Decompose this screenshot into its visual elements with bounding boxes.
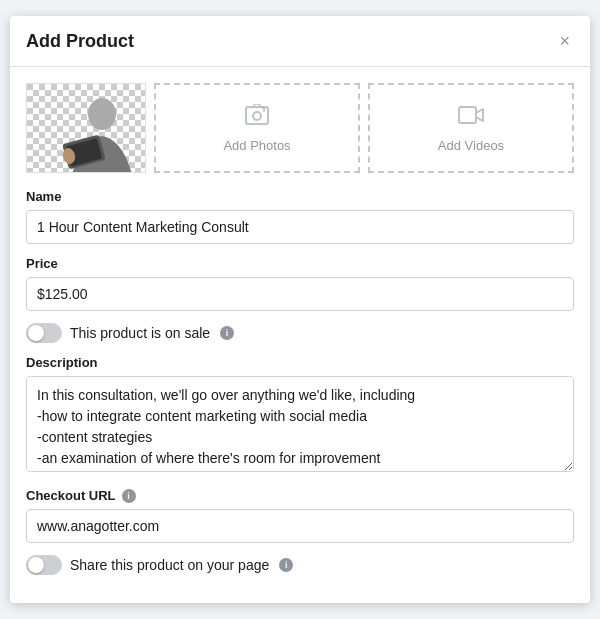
checkout-url-group: Checkout URL i (26, 488, 574, 543)
modal-header: Add Product × (10, 16, 590, 67)
product-image-thumb (26, 83, 146, 173)
add-video-icon (458, 104, 484, 132)
media-section: Add Photos Add Videos (26, 83, 574, 173)
add-photos-box[interactable]: Add Photos (154, 83, 360, 173)
description-group: Description (26, 355, 574, 476)
description-textarea[interactable] (26, 376, 574, 472)
share-toggle-label: Share this product on your page (70, 557, 269, 573)
add-videos-box[interactable]: Add Videos (368, 83, 574, 173)
add-product-modal: Add Product × (10, 16, 590, 603)
modal-body: Add Photos Add Videos Name Price (10, 67, 590, 603)
svg-rect-14 (459, 107, 476, 123)
share-toggle-slider (26, 555, 62, 575)
price-input[interactable] (26, 277, 574, 311)
svg-point-5 (88, 98, 116, 130)
svg-point-10 (253, 112, 261, 120)
sale-info-icon[interactable]: i (220, 326, 234, 340)
checkout-url-label: Checkout URL (26, 488, 116, 503)
checkout-url-label-row: Checkout URL i (26, 488, 574, 503)
checkout-url-info-icon[interactable]: i (122, 489, 136, 503)
checkout-url-input[interactable] (26, 509, 574, 543)
name-label: Name (26, 189, 574, 204)
share-info-icon[interactable]: i (279, 558, 293, 572)
sale-toggle[interactable] (26, 323, 62, 343)
price-label: Price (26, 256, 574, 271)
price-group: Price (26, 256, 574, 311)
sale-toggle-row: This product is on sale i (26, 323, 574, 343)
name-group: Name (26, 189, 574, 244)
add-videos-label: Add Videos (438, 138, 504, 153)
sale-toggle-label: This product is on sale (70, 325, 210, 341)
close-button[interactable]: × (555, 28, 574, 54)
add-photos-label: Add Photos (223, 138, 290, 153)
name-input[interactable] (26, 210, 574, 244)
share-toggle-row: Share this product on your page i (26, 555, 574, 575)
share-toggle[interactable] (26, 555, 62, 575)
sale-toggle-slider (26, 323, 62, 343)
modal-title: Add Product (26, 31, 134, 52)
description-label: Description (26, 355, 574, 370)
add-photo-icon (245, 104, 269, 132)
